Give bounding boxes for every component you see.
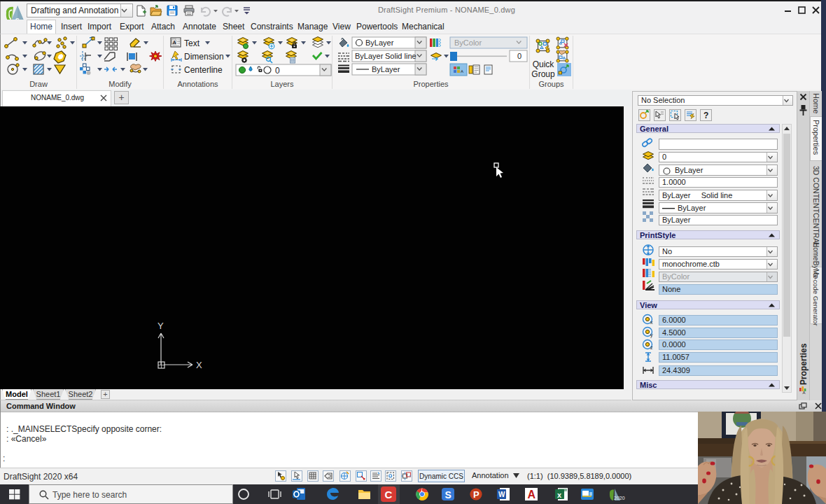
svg-text:C: C	[385, 489, 393, 500]
svg-text:A: A	[173, 40, 176, 45]
svg-text:A: A	[803, 391, 806, 395]
svg-text:z: z	[650, 345, 653, 350]
svg-text:Dimension: Dimension	[184, 52, 224, 62]
svg-text:Centerline: Centerline	[184, 65, 223, 75]
svg-text:ByLayer: ByLayer	[355, 52, 384, 60]
svg-text:Solid line: Solid line	[385, 52, 416, 60]
svg-text:ByLayer: ByLayer	[372, 65, 400, 74]
svg-text:W: W	[498, 491, 505, 498]
svg-text:Properties: Properties	[799, 343, 808, 385]
svg-text:2020: 2020	[614, 496, 625, 500]
svg-text:Text: Text	[184, 38, 200, 48]
svg-text:Home: Home	[812, 93, 820, 113]
svg-text:0: 0	[275, 66, 280, 76]
svg-text:y: y	[650, 332, 653, 338]
svg-text:P: P	[473, 489, 479, 500]
svg-text:x: x	[650, 320, 653, 325]
svg-text:0: 0	[517, 52, 522, 60]
svg-text:3D CONTENTCENTRAL: 3D CONTENTCENTRAL	[812, 166, 820, 247]
svg-text:A: A	[528, 489, 536, 500]
svg-text:G-code Generator: G-code Generator	[812, 272, 820, 326]
svg-text:ByLayer: ByLayer	[365, 38, 394, 47]
svg-text:Y: Y	[158, 321, 164, 331]
svg-text:Properties: Properties	[812, 120, 820, 155]
svg-text:?: ?	[704, 111, 708, 120]
svg-text:X: X	[196, 360, 202, 369]
svg-text:A: A	[461, 69, 463, 74]
svg-text:x: x	[557, 491, 562, 499]
svg-text:ByColor: ByColor	[454, 38, 482, 47]
svg-text:Quick: Quick	[533, 59, 555, 69]
svg-text:S: S	[445, 489, 451, 500]
svg-text:Group: Group	[531, 69, 555, 79]
